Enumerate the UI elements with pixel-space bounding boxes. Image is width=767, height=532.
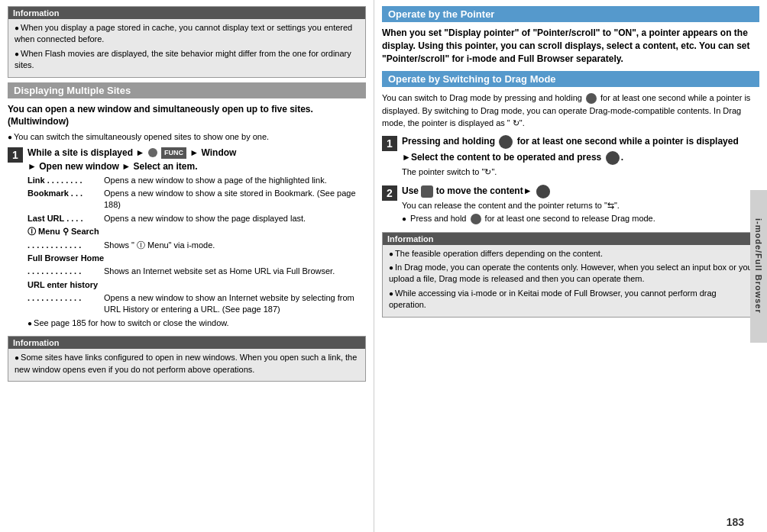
release-icon (471, 214, 481, 224)
table-row-urlhistory: URL enter history (28, 279, 366, 291)
drag-step-2-title: Use to move the content► (402, 184, 759, 198)
table-row-lasturl: Last URL . . . . Opens a new window to s… (28, 213, 366, 224)
table-row-fbhome-detail: . . . . . . . . . . . . Shows an Interne… (28, 266, 366, 277)
operate-drag-header: Operate by Switching to Drag Mode (382, 71, 759, 87)
desc-lasturl: Opens a new window to show the page disp… (104, 213, 366, 224)
label-urlhistory-dots: . . . . . . . . . . . . (28, 292, 104, 316)
drag-step-2-number: 2 (382, 185, 397, 201)
table-row-imenu-detail: . . . . . . . . . . . . Shows " Ⓘ Menu" … (28, 240, 366, 251)
table-row-fbhome: Full Browser Home (28, 253, 366, 264)
search-icon-small: ⚲ (63, 227, 69, 236)
operate-pointer-header: Operate by the Pointer (382, 6, 759, 22)
label-fbhome: Full Browser Home (28, 253, 104, 264)
drag-step-2-content: Use to move the content► You can release… (402, 184, 759, 227)
desc-imenu: Shows " Ⓘ Menu" via i-mode. (104, 240, 366, 251)
operate-pointer-body: When you set "Display pointer" of "Point… (382, 27, 759, 65)
switch-icon: ↻ (484, 167, 491, 176)
info-box-1-header: Information (8, 7, 365, 19)
info-right-item-3: While accessing via i-mode or in Keitai … (389, 288, 752, 311)
see-page-note: See page 185 for how to switch or close … (28, 318, 366, 329)
press-icon (606, 151, 620, 165)
arrow-3: ► (121, 161, 131, 172)
info-item-3: Some sites have links configured to open… (15, 352, 359, 376)
step-1-content: While a site is displayed ► FUNC ► Windo… (28, 146, 366, 332)
sidebar-tab: i-mode/Full Browser (750, 190, 767, 343)
info-item-2: When Flash movies are displayed, the sit… (15, 48, 359, 72)
desc-link: Opens a new window to show a page of the… (104, 175, 366, 186)
section-header-multisite: Displaying Multiple Sites (8, 82, 366, 98)
pointer-switch-text: The pointer switch to "↻". (402, 166, 759, 178)
intro-bold: You can open a new window and simultaneo… (8, 103, 366, 129)
info-item-1: When you display a page stored in cache,… (15, 22, 359, 46)
drag-step-1-number: 1 (382, 136, 397, 151)
table-row-imenu: Ⓘ Menu ⚲ Search (28, 226, 366, 237)
table-row-urlhistory-detail: . . . . . . . . . . . . Opens a new wind… (28, 292, 366, 316)
drag-step-1-content: Pressing and holding for at least one se… (402, 134, 759, 179)
press-hold-icon (499, 135, 513, 149)
info-right-item-2: In Drag mode, you can operate the conten… (389, 262, 752, 285)
info-box-2: Information Some sites have links config… (8, 336, 366, 382)
drag-step-2-detail2: Press and hold for at least one second t… (402, 213, 759, 224)
operate-drag-body: You can switch to Drag mode by pressing … (382, 92, 759, 130)
drag-step-1-container: 1 Pressing and holding for at least one … (382, 134, 759, 179)
arrow-1: ► (189, 147, 199, 158)
step-1-title-part4: Select an item. (133, 161, 197, 172)
right-panel: Operate by the Pointer When you set "Dis… (374, 0, 767, 532)
return-icon: ⇆ (607, 201, 614, 210)
direction-icon (421, 185, 433, 198)
label-fbhome-dots: . . . . . . . . . . . . (28, 266, 104, 277)
i-icon: Ⓘ (28, 227, 36, 236)
desc-bookmark: Opens a new window to show a site stored… (104, 188, 366, 211)
info-right-item-1: The feasible operation differs depending… (389, 248, 752, 260)
table-row-bookmark: Bookmark . . . Opens a new window to sho… (28, 188, 366, 211)
drag-pointer-icon: ↻ (513, 118, 519, 127)
hold-icon-1 (586, 93, 597, 104)
arrow-2: ► (28, 161, 37, 172)
drag-step-1-subtitle: ►Select the content to be operated and p… (402, 150, 759, 165)
arrow-select: ► (402, 152, 411, 163)
label-lasturl: Last URL . . . . (28, 213, 104, 224)
func-icon-small (148, 148, 157, 157)
label-link: Link . . . . . . . . (28, 175, 104, 186)
step-1-title-part1: While a site is displayed (28, 147, 133, 158)
label-imenu-dots: . . . . . . . . . . . . (28, 240, 104, 251)
desc-urlhistory: Opens a new window to show an Internet w… (104, 292, 366, 316)
left-panel: Information When you display a page stor… (0, 0, 374, 532)
step-1-container: 1 While a site is displayed ► FUNC ► Win… (8, 146, 366, 332)
i-icon-2: Ⓘ (137, 240, 145, 250)
label-bookmark: Bookmark . . . (28, 188, 104, 211)
move-confirm-icon (536, 185, 550, 198)
label-imenu: Ⓘ Menu ⚲ Search (28, 226, 104, 237)
func-label: FUNC (161, 147, 186, 160)
info-box-2-header: Information (8, 337, 365, 349)
drag-step-2-detail1: You can release the content and the poin… (402, 200, 759, 211)
label-urlhistory: URL enter history (28, 279, 104, 291)
intro-bullet: You can switch the simultaneously opened… (8, 131, 366, 143)
table-row-link: Link . . . . . . . . Opens a new window … (28, 175, 366, 186)
drag-step-1-title: Pressing and holding for at least one se… (402, 134, 759, 149)
menu-icon: ► (135, 147, 144, 158)
drag-step-2-container: 2 Use to move the content► You can relea… (382, 184, 759, 227)
page-number: 183 (727, 516, 744, 528)
arrow-move: ► (523, 185, 532, 196)
step-1-title: While a site is displayed ► FUNC ► Windo… (28, 146, 366, 173)
info-box-right: Information The feasible operation diffe… (382, 232, 759, 318)
info-box-right-header: Information (383, 233, 759, 245)
step-1-title-part2: Window (202, 147, 237, 158)
step-1-title-part3: Open new window (39, 161, 119, 172)
sidebar-label: i-mode/Full Browser (754, 218, 763, 314)
desc-fbhome: Shows an Internet website set as Home UR… (104, 266, 366, 277)
step-1-number: 1 (8, 147, 23, 163)
info-box-1: Information When you display a page stor… (8, 6, 366, 78)
